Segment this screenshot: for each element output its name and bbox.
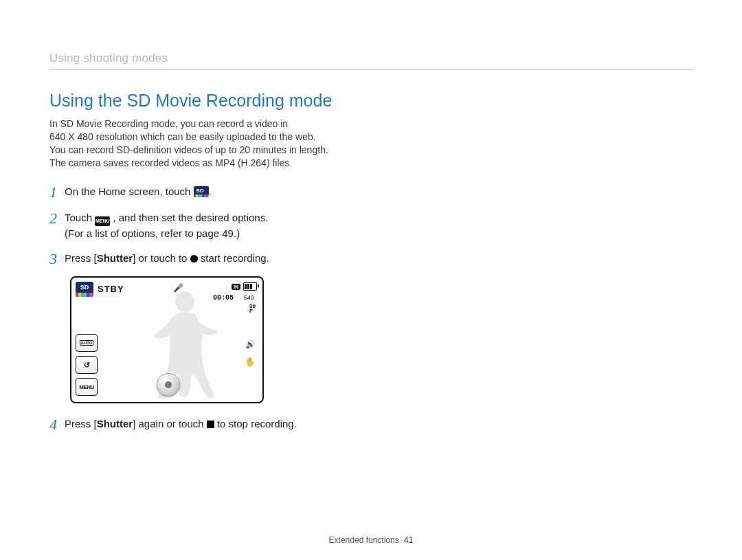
fps-bot: F	[249, 308, 253, 314]
stop-square-icon	[207, 421, 214, 428]
step-number: 2	[49, 210, 65, 226]
menu-icon: MENU	[95, 216, 110, 226]
auto-label: AUTO	[80, 340, 94, 346]
step-2-text-b: , and then set the desired options.	[110, 212, 268, 223]
intro-paragraph: In SD Movie Recording mode, you can reco…	[49, 117, 407, 170]
step-1-text-b: .	[209, 186, 212, 197]
intro-line-4: The camera saves recorded videos as MP4 …	[49, 157, 292, 168]
step-3-text-b: ] or touch to	[133, 252, 190, 264]
auto-mode-button[interactable]: AUTO	[76, 334, 98, 352]
step-1: 1 On the Home screen, touch .	[49, 183, 420, 200]
lcd-left-button-column: AUTO ↺ MENU	[76, 334, 98, 396]
step-4-text-a: Press [	[65, 418, 97, 429]
battery-icon	[243, 282, 257, 291]
breadcrumb: Using shooting modes	[49, 52, 694, 65]
step-number: 3	[49, 250, 65, 267]
step-2-text-c: (For a list of options, refer to page 49…	[65, 227, 240, 239]
timecode-value: 00:05	[213, 294, 234, 302]
sd-mode-badge: SD	[76, 282, 93, 297]
footer-section: Extended functions	[329, 535, 399, 545]
step-1-text-a: On the Home screen, touch	[65, 186, 194, 197]
step-4-text-b: ] again or touch	[133, 418, 207, 429]
step-3-text-a: Press [	[65, 252, 97, 264]
step-1-body: On the Home screen, touch .	[65, 183, 420, 199]
fps-indicator: 30 F	[249, 304, 256, 313]
flash-off-button[interactable]: ↺	[76, 356, 98, 374]
step-number: 1	[49, 183, 65, 200]
step-2-text-a: Touch	[65, 212, 95, 223]
shutter-label: Shutter	[97, 252, 133, 264]
step-3: 3 Press [Shutter] or touch to start reco…	[49, 250, 420, 267]
mic-icon: 🎤	[173, 283, 183, 293]
header-divider	[49, 69, 694, 70]
step-3-body: Press [Shutter] or touch to start record…	[65, 250, 420, 266]
step-4-text-c: to stop recording.	[214, 418, 297, 429]
sd-badge-label: SD	[76, 282, 93, 291]
sd-movie-icon	[194, 186, 209, 197]
intro-line-1: In SD Movie Recording mode, you can reco…	[49, 118, 288, 129]
menu-button[interactable]: MENU	[76, 378, 98, 396]
page-footer: Extended functions 41	[0, 535, 742, 545]
subject-silhouette	[137, 286, 233, 399]
step-2: 2 Touch MENU , and then set the desired …	[49, 210, 420, 241]
step-number: 4	[49, 416, 65, 432]
page-number: 41	[404, 535, 413, 545]
storage-in-badge: IN	[232, 284, 240, 290]
sound-icon: 🔊	[245, 339, 256, 349]
step-4-body: Press [Shutter] again or touch to stop r…	[65, 416, 420, 432]
steps-list: 1 On the Home screen, touch . 2 Touch ME…	[49, 183, 420, 433]
standby-indicator: STBY	[98, 284, 124, 294]
manual-page: Using shooting modes Using the SD Movie …	[0, 0, 742, 560]
camera-lcd-preview: SD STBY 🎤 IN 00:05 640 30 F AUTO ↺	[70, 276, 264, 403]
record-button-inner-icon	[165, 381, 172, 388]
resolution-indicator: 640	[244, 294, 254, 301]
step-4: 4 Press [Shutter] again or touch to stop…	[49, 416, 420, 432]
stabilizer-icon: ✋	[245, 357, 256, 367]
shutter-label: Shutter	[97, 418, 133, 429]
record-dot-icon	[190, 255, 198, 262]
lcd-top-right-indicators: IN	[232, 282, 257, 291]
step-3-text-c: start recording.	[198, 252, 269, 264]
step-2-body: Touch MENU , and then set the desired op…	[65, 210, 420, 241]
intro-line-3: You can record SD-definition videos of u…	[49, 144, 328, 155]
page-title: Using the SD Movie Recording mode	[49, 91, 694, 111]
intro-line-2: 640 X 480 resolution which can be easily…	[49, 131, 316, 142]
